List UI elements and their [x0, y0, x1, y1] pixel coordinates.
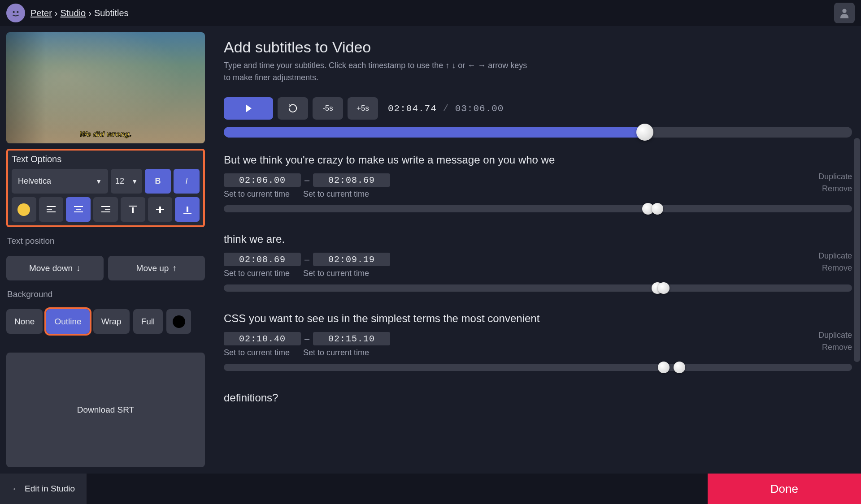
breadcrumb-section[interactable]: Studio — [60, 8, 86, 18]
color-swatch-icon — [173, 315, 185, 328]
bg-wrap-button[interactable]: Wrap — [93, 309, 130, 334]
subtitle-entry: But we think you're crazy to make us wri… — [224, 154, 852, 212]
remove-button[interactable]: Remove — [818, 183, 852, 195]
valign-middle-button[interactable] — [148, 197, 173, 222]
entry-range-end-thumb[interactable] — [652, 203, 663, 215]
bg-color-button[interactable] — [166, 309, 191, 334]
done-button[interactable]: Done — [708, 474, 861, 504]
align-center-button[interactable] — [66, 197, 91, 222]
subtitle-text[interactable]: definitions? — [224, 392, 852, 404]
download-srt-button[interactable]: Download SRT — [6, 353, 205, 467]
bg-outline-button[interactable]: Outline — [46, 309, 89, 334]
main-progress-track[interactable] — [224, 127, 852, 138]
time-dash: – — [304, 334, 309, 344]
breadcrumb: Peter › Studio › Subtitles — [30, 8, 129, 18]
svg-point-1 — [17, 11, 18, 13]
user-avatar[interactable] — [834, 3, 855, 23]
entry-range-track[interactable] — [224, 364, 852, 371]
set-start-to-current[interactable]: Set to current time — [224, 348, 290, 358]
entry-range-track[interactable] — [224, 284, 852, 292]
editor-subtitle: Type and time your subtitles. Click each… — [224, 60, 529, 84]
valign-top-button[interactable] — [121, 197, 145, 222]
start-time-input[interactable]: 02:10.40 — [224, 332, 301, 345]
restart-button[interactable] — [278, 97, 308, 120]
minus-5s-button[interactable]: -5s — [313, 97, 343, 120]
end-time-input[interactable]: 02:09.19 — [313, 253, 390, 266]
start-time-input[interactable]: 02:06.00 — [224, 173, 301, 187]
video-preview[interactable]: We did wrong. — [6, 32, 205, 143]
font-size-value: 12 — [115, 177, 124, 186]
valign-bottom-button[interactable] — [175, 197, 200, 222]
app-logo[interactable] — [6, 4, 25, 22]
timecode-display: 02:04.74 / 03:06.00 — [388, 103, 504, 114]
text-options-panel: Text Options Helvetica ▼ 12 ▼ B I — [6, 149, 205, 227]
plus-5s-button[interactable]: +5s — [348, 97, 378, 120]
time-dash: – — [304, 175, 309, 185]
italic-button[interactable]: I — [174, 169, 200, 194]
subtitle-text[interactable]: CSS you want to see us in the simplest t… — [224, 312, 852, 325]
scrollbar[interactable] — [854, 138, 860, 362]
svg-rect-4 — [47, 209, 52, 210]
svg-point-0 — [13, 11, 15, 13]
svg-rect-16 — [183, 213, 191, 214]
time-dash: – — [304, 254, 309, 265]
svg-rect-6 — [74, 206, 83, 207]
start-time-input[interactable]: 02:08.69 — [224, 253, 301, 266]
duplicate-button[interactable]: Duplicate — [818, 250, 852, 262]
set-end-to-current[interactable]: Set to current time — [303, 269, 369, 278]
play-button[interactable] — [224, 97, 273, 120]
move-up-button[interactable]: Move up ↑ — [108, 256, 205, 280]
duplicate-button[interactable]: Duplicate — [818, 329, 852, 341]
font-select[interactable]: Helvetica ▼ — [12, 169, 108, 194]
align-right-button[interactable] — [93, 197, 118, 222]
set-end-to-current[interactable]: Set to current time — [303, 348, 369, 358]
svg-rect-7 — [76, 209, 81, 210]
entry-actions: Duplicate Remove — [818, 171, 852, 195]
font-size-select[interactable]: 12 ▼ — [111, 169, 142, 194]
preview-subtitle-text: We did wrong. — [80, 130, 132, 139]
text-color-button[interactable] — [12, 197, 36, 222]
bg-none-button[interactable]: None — [6, 309, 43, 334]
end-time-input[interactable]: 02:08.69 — [313, 173, 390, 187]
chevron-down-icon: ▼ — [131, 178, 138, 185]
subtitle-entry: think we are. 02:08.69 – 02:09.19 Set to… — [224, 233, 852, 292]
breadcrumb-sep: › — [88, 8, 91, 18]
svg-rect-3 — [47, 206, 56, 207]
edit-in-studio-button[interactable]: ← Edit in Studio — [0, 474, 87, 504]
set-end-to-current[interactable]: Set to current time — [303, 190, 369, 199]
topbar: Peter › Studio › Subtitles — [0, 0, 861, 26]
entry-range-end-thumb[interactable] — [674, 362, 685, 373]
align-left-button[interactable] — [39, 197, 64, 222]
svg-rect-15 — [159, 207, 161, 213]
background-label: Background — [7, 289, 205, 299]
set-start-to-current[interactable]: Set to current time — [224, 269, 290, 278]
main-progress-thumb[interactable] — [636, 124, 653, 141]
breadcrumb-user[interactable]: Peter — [30, 8, 52, 18]
svg-rect-9 — [101, 206, 110, 207]
remove-button[interactable]: Remove — [818, 341, 852, 353]
svg-rect-13 — [132, 207, 134, 213]
bottombar: ← Edit in Studio Done — [0, 474, 861, 504]
entry-range-track[interactable] — [224, 205, 852, 212]
duplicate-button[interactable]: Duplicate — [818, 171, 852, 183]
edit-in-studio-label: Edit in Studio — [25, 484, 75, 494]
svg-rect-17 — [187, 207, 188, 212]
entry-range-start-thumb[interactable] — [658, 362, 670, 373]
timecode-duration: 03:06.00 — [455, 103, 504, 114]
entry-range-end-thumb[interactable] — [658, 282, 670, 294]
bold-button[interactable]: B — [145, 169, 171, 194]
end-time-input[interactable]: 02:15.10 — [313, 332, 390, 345]
main-area: We did wrong. Text Options Helvetica ▼ 1… — [0, 26, 861, 474]
sidebar: We did wrong. Text Options Helvetica ▼ 1… — [0, 26, 211, 474]
subtitle-editor: Add subtitles to Video Type and time you… — [211, 26, 861, 474]
subtitle-text[interactable]: But we think you're crazy to make us wri… — [224, 154, 852, 166]
move-down-button[interactable]: Move down ↓ — [6, 256, 104, 280]
svg-rect-11 — [101, 211, 110, 212]
bg-full-button[interactable]: Full — [133, 309, 163, 334]
subtitle-text[interactable]: think we are. — [224, 233, 852, 246]
set-start-to-current[interactable]: Set to current time — [224, 190, 290, 199]
svg-point-2 — [842, 9, 846, 13]
remove-button[interactable]: Remove — [818, 262, 852, 274]
topbar-left: Peter › Studio › Subtitles — [6, 4, 129, 22]
subtitle-entry: definitions? — [224, 392, 852, 404]
